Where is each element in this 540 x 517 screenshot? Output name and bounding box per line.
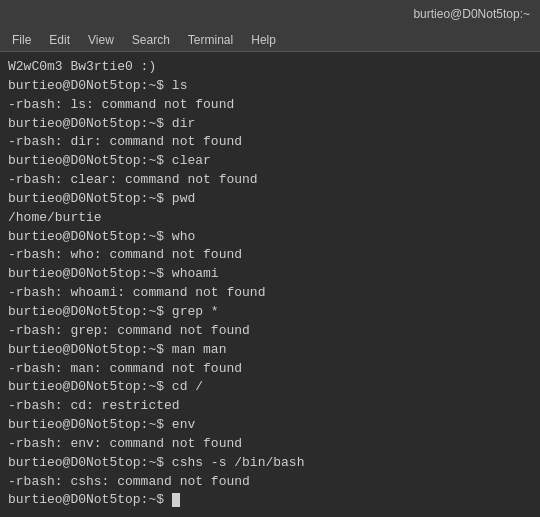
title-text: burtieo@D0Not5top:~: [413, 7, 530, 21]
terminal-line: burtieo@D0Not5top:~$ ls: [8, 77, 532, 96]
terminal-line: -rbash: cd: restricted: [8, 397, 532, 416]
terminal-line: -rbash: env: command not found: [8, 435, 532, 454]
terminal-line: -rbash: cshs: command not found: [8, 473, 532, 492]
menu-item-search[interactable]: Search: [124, 31, 178, 49]
terminal-line: /home/burtie: [8, 209, 532, 228]
menu-item-edit[interactable]: Edit: [41, 31, 78, 49]
menu-item-file[interactable]: File: [4, 31, 39, 49]
terminal-line: burtieo@D0Not5top:~$ grep *: [8, 303, 532, 322]
menu-item-terminal[interactable]: Terminal: [180, 31, 241, 49]
terminal-line: burtieo@D0Not5top:~$ pwd: [8, 190, 532, 209]
terminal[interactable]: W2wC0m3 Bw3rtie0 :)burtieo@D0Not5top:~$ …: [0, 52, 540, 517]
terminal-line: -rbash: clear: command not found: [8, 171, 532, 190]
terminal-line: -rbash: ls: command not found: [8, 96, 532, 115]
terminal-line: burtieo@D0Not5top:~$ dir: [8, 115, 532, 134]
terminal-line: burtieo@D0Not5top:~$ whoami: [8, 265, 532, 284]
terminal-line: burtieo@D0Not5top:~$ cshs -s /bin/bash: [8, 454, 532, 473]
terminal-cursor: [172, 493, 180, 507]
terminal-line: burtieo@D0Not5top:~$ man man: [8, 341, 532, 360]
terminal-line: burtieo@D0Not5top:~$ cd /: [8, 378, 532, 397]
terminal-line: -rbash: whoami: command not found: [8, 284, 532, 303]
menu-item-help[interactable]: Help: [243, 31, 284, 49]
terminal-line: -rbash: dir: command not found: [8, 133, 532, 152]
terminal-line: burtieo@D0Not5top:~$ who: [8, 228, 532, 247]
terminal-line: burtieo@D0Not5top:~$ env: [8, 416, 532, 435]
terminal-line: -rbash: who: command not found: [8, 246, 532, 265]
terminal-line: burtieo@D0Not5top:~$ clear: [8, 152, 532, 171]
terminal-line: W2wC0m3 Bw3rtie0 :): [8, 58, 532, 77]
terminal-line: -rbash: grep: command not found: [8, 322, 532, 341]
menu-item-view[interactable]: View: [80, 31, 122, 49]
title-bar: burtieo@D0Not5top:~: [0, 0, 540, 28]
terminal-line: burtieo@D0Not5top:~$: [8, 491, 532, 510]
terminal-line: -rbash: man: command not found: [8, 360, 532, 379]
menu-bar: FileEditViewSearchTerminalHelp: [0, 28, 540, 52]
